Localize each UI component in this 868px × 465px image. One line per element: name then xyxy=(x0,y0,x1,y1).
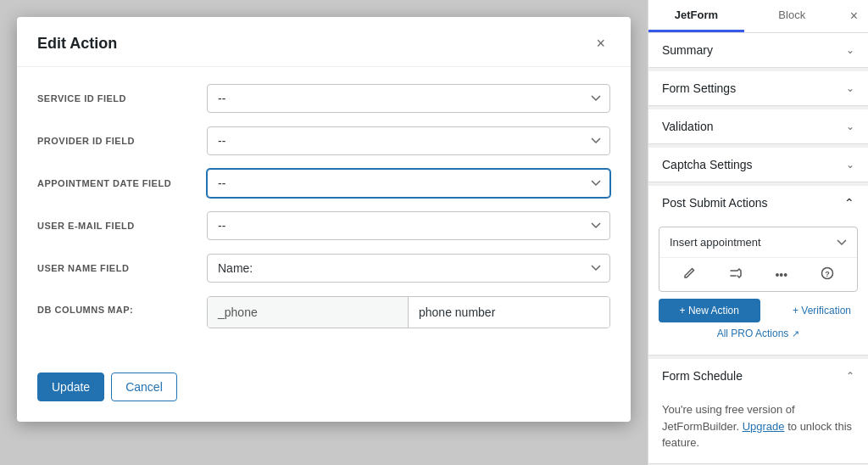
db-col-value[interactable]: phone number xyxy=(409,297,609,328)
validation-header[interactable]: Validation ⌄ xyxy=(648,109,868,143)
post-submit-header[interactable]: Post Submit Actions ⌃ xyxy=(648,186,868,220)
cancel-button[interactable]: Cancel xyxy=(111,373,177,401)
pro-actions-label: All PRO Actions xyxy=(717,328,789,339)
captcha-settings-chevron-icon: ⌄ xyxy=(846,159,854,171)
tab-block[interactable]: Block xyxy=(744,0,840,32)
sidebar-close-button[interactable]: × xyxy=(840,0,868,32)
shuffle-action-button[interactable] xyxy=(722,263,749,286)
form-schedule-label: Form Schedule xyxy=(662,369,743,383)
validation-chevron-icon: ⌄ xyxy=(846,120,854,132)
modal-title: Edit Action xyxy=(37,35,117,53)
form-schedule-section: Form Schedule ⌃ You're using free versio… xyxy=(648,359,868,464)
post-submit-section: Post Submit Actions ⌃ Insert appointment xyxy=(648,186,868,356)
action-card-header: Insert appointment xyxy=(659,227,857,257)
service-id-row: SERVICE ID FIELD -- xyxy=(37,84,610,113)
captcha-settings-header[interactable]: Captcha Settings ⌄ xyxy=(648,148,868,182)
service-id-label: SERVICE ID FIELD xyxy=(37,93,207,104)
svg-text:?: ? xyxy=(825,270,830,278)
edit-action-modal: Edit Action × SERVICE ID FIELD -- PROVID… xyxy=(17,17,631,422)
form-schedule-chevron-icon: ⌃ xyxy=(846,370,854,382)
provider-id-label: PROVIDER ID FIELD xyxy=(37,136,207,146)
summary-chevron-icon: ⌄ xyxy=(846,44,854,56)
provider-id-select[interactable]: -- xyxy=(207,126,610,155)
upgrade-link[interactable]: Upgrade xyxy=(743,420,785,433)
ellipsis-icon: ••• xyxy=(775,268,787,282)
appointment-date-select[interactable]: -- xyxy=(207,169,610,198)
verification-button[interactable]: + Verification xyxy=(764,299,859,322)
validation-label: Validation xyxy=(662,120,713,133)
user-email-control: -- xyxy=(207,211,610,240)
post-submit-chevron-icon: ⌃ xyxy=(844,196,854,210)
form-settings-header[interactable]: Form Settings ⌄ xyxy=(648,71,868,105)
main-area: Edit Action × SERVICE ID FIELD -- PROVID… xyxy=(0,0,648,465)
action-type-select[interactable]: Insert appointment xyxy=(663,231,854,254)
service-id-select[interactable]: -- xyxy=(207,84,610,113)
form-schedule-content: You're using free version of JetFormBuil… xyxy=(648,393,868,463)
db-columns-row: DB COLUMNS MAP: _phone phone number xyxy=(37,296,610,328)
sidebar-tabs: JetForm Block × xyxy=(648,0,868,33)
appointment-date-label: APPOINTMENT DATE FIELD xyxy=(37,178,207,188)
more-options-button[interactable]: ••• xyxy=(768,265,794,285)
right-sidebar: JetForm Block × Summary ⌄ Form Settings … xyxy=(648,0,868,465)
db-columns-label: DB COLUMNS MAP: xyxy=(37,296,207,315)
new-action-bar: + New Action + Verification xyxy=(659,299,858,322)
post-submit-content: Insert appointment ••• xyxy=(648,220,868,355)
tab-jetform[interactable]: JetForm xyxy=(648,0,744,32)
form-settings-label: Form Settings xyxy=(662,81,736,95)
external-link-icon: ↗ xyxy=(792,328,799,339)
pro-actions-link[interactable]: All PRO Actions ↗ xyxy=(659,322,858,345)
captcha-settings-label: Captcha Settings xyxy=(662,158,753,171)
action-toolbar: ••• ? xyxy=(659,257,857,291)
appointment-date-control: -- xyxy=(207,169,610,198)
modal-footer: Update Cancel xyxy=(17,359,631,422)
help-icon: ? xyxy=(821,266,834,280)
shuffle-icon xyxy=(729,266,743,280)
user-email-select[interactable]: -- xyxy=(207,211,610,240)
summary-label: Summary xyxy=(662,43,713,57)
validation-section: Validation ⌄ xyxy=(648,109,868,144)
user-name-row: USER NAME FIELD Name: xyxy=(37,254,610,283)
user-email-row: USER E-MAIL FIELD -- xyxy=(37,211,610,240)
form-settings-chevron-icon: ⌄ xyxy=(846,82,854,94)
help-button[interactable]: ? xyxy=(814,263,841,286)
post-submit-label: Post Submit Actions xyxy=(662,196,768,210)
modal-body: SERVICE ID FIELD -- PROVIDER ID FIELD -- xyxy=(17,67,631,359)
modal-close-button[interactable]: × xyxy=(591,34,610,53)
db-columns-content: _phone phone number xyxy=(207,296,610,328)
form-schedule-header[interactable]: Form Schedule ⌃ xyxy=(648,359,868,393)
db-columns-grid: _phone phone number xyxy=(208,297,609,328)
new-action-button[interactable]: + New Action xyxy=(659,299,760,322)
provider-id-row: PROVIDER ID FIELD -- xyxy=(37,126,610,155)
edit-action-button[interactable] xyxy=(676,263,703,286)
db-col-key: _phone xyxy=(208,297,409,328)
user-name-control: Name: xyxy=(207,254,610,283)
appointment-date-row: APPOINTMENT DATE FIELD -- xyxy=(37,169,610,198)
user-name-label: USER NAME FIELD xyxy=(37,263,207,273)
action-card: Insert appointment ••• xyxy=(659,227,858,292)
user-name-select[interactable]: Name: xyxy=(207,254,610,283)
provider-id-control: -- xyxy=(207,126,610,155)
update-button[interactable]: Update xyxy=(37,373,104,401)
service-id-control: -- xyxy=(207,84,610,113)
modal-header: Edit Action × xyxy=(17,17,631,67)
summary-section: Summary ⌄ xyxy=(648,33,868,68)
pencil-icon xyxy=(682,266,696,280)
form-settings-section: Form Settings ⌄ xyxy=(648,71,868,106)
summary-header[interactable]: Summary ⌄ xyxy=(648,33,868,67)
user-email-label: USER E-MAIL FIELD xyxy=(37,221,207,231)
modal-overlay: Edit Action × SERVICE ID FIELD -- PROVID… xyxy=(0,0,648,465)
captcha-settings-section: Captcha Settings ⌄ xyxy=(648,148,868,182)
